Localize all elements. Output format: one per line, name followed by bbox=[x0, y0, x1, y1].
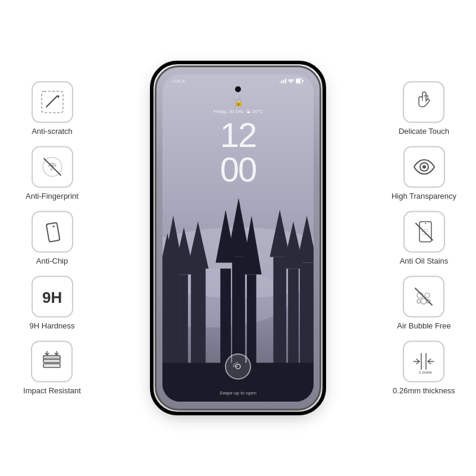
anti-scratch-icon-box bbox=[32, 82, 73, 123]
svg-line-1 bbox=[46, 96, 57, 107]
date-text: Friday, 30 Dec bbox=[213, 109, 243, 114]
left-features-column: Anti-scratch Anti-Fingerprint bbox=[6, 82, 98, 395]
wifi-icon bbox=[288, 78, 294, 84]
page-container: Anti-scratch Anti-Fingerprint bbox=[0, 0, 476, 476]
impact-resistant-label: Impact Resistant bbox=[23, 386, 81, 395]
clock-hour: 12 bbox=[220, 118, 256, 152]
swipe-label: Swipe up to open bbox=[220, 390, 256, 396]
svg-text:9H: 9H bbox=[42, 289, 62, 306]
svg-point-58 bbox=[417, 300, 421, 303]
delicate-touch-label: Delicate Touch bbox=[399, 127, 449, 136]
status-bar: LOCA bbox=[162, 74, 314, 84]
date-display: Friday, 30 Dec 🌤 20°C bbox=[213, 109, 262, 114]
svg-line-4 bbox=[44, 159, 61, 176]
svg-line-54 bbox=[416, 224, 433, 240]
feature-9h-hardness: 9H 9H Hardness bbox=[30, 276, 75, 330]
clock-display: 12 00 bbox=[220, 118, 256, 187]
sun-icon: 🌤 bbox=[246, 109, 250, 114]
thickness-icon-box: 0.26MM bbox=[403, 341, 444, 383]
anti-oil-icon bbox=[411, 219, 437, 245]
clock-minute: 00 bbox=[220, 152, 256, 187]
9h-hardness-label: 9H Hardness bbox=[30, 321, 75, 330]
anti-chip-icon-box bbox=[32, 211, 73, 253]
feature-high-transparency: High Transparency bbox=[392, 146, 456, 201]
thickness-label: 0.26mm thickness bbox=[393, 386, 455, 395]
battery-icon bbox=[296, 78, 304, 84]
status-icons bbox=[279, 78, 304, 84]
signal-icon bbox=[279, 78, 286, 84]
svg-marker-40 bbox=[279, 82, 280, 83]
temp-text: 20°C bbox=[252, 109, 263, 114]
anti-scratch-label: Anti-scratch bbox=[32, 127, 73, 136]
carrier-label: LOCA bbox=[172, 79, 185, 84]
chip-icon bbox=[39, 219, 65, 245]
anti-fingerprint-label: Anti-Fingerprint bbox=[26, 192, 79, 201]
anti-oil-icon-box bbox=[403, 211, 445, 253]
power-button bbox=[320, 139, 321, 168]
svg-point-50 bbox=[425, 223, 426, 224]
phone-wrapper: LOCA bbox=[155, 65, 321, 411]
svg-rect-44 bbox=[296, 79, 300, 83]
high-transparency-label: High Transparency bbox=[392, 192, 456, 201]
svg-rect-0 bbox=[42, 92, 63, 113]
lock-icon: 🔒 bbox=[233, 97, 243, 107]
svg-rect-5 bbox=[46, 223, 60, 242]
svg-marker-39 bbox=[281, 81, 282, 83]
camera-hole bbox=[235, 86, 241, 92]
9h-hardness-icon: 9H bbox=[39, 284, 65, 310]
feature-delicate-touch: Delicate Touch bbox=[399, 82, 449, 136]
air-bubble-label: Air Bubble Free bbox=[397, 321, 450, 330]
impact-resistant-icon-box bbox=[31, 341, 73, 383]
impact-icon bbox=[39, 349, 65, 375]
9h-hardness-icon-box: 9H bbox=[32, 276, 73, 318]
thickness-icon: 0.26MM bbox=[411, 349, 437, 375]
high-transparency-icon-box bbox=[403, 146, 445, 188]
eye-icon bbox=[411, 154, 437, 180]
svg-text:0.26MM: 0.26MM bbox=[419, 371, 432, 374]
feature-anti-fingerprint: Anti-Fingerprint bbox=[26, 146, 79, 201]
feature-impact-resistant: Impact Resistant bbox=[23, 341, 81, 395]
phone-screen: LOCA bbox=[162, 74, 314, 402]
feature-air-bubble: Air Bubble Free bbox=[397, 276, 450, 330]
air-bubble-icon-box bbox=[403, 276, 444, 318]
anti-fingerprint-icon-box bbox=[32, 146, 73, 188]
anti-oil-label: Anti Oil Stains bbox=[400, 256, 449, 265]
svg-point-56 bbox=[425, 293, 430, 298]
svg-rect-9 bbox=[43, 359, 60, 363]
svg-marker-37 bbox=[285, 79, 286, 83]
svg-rect-8 bbox=[43, 364, 60, 368]
home-button[interactable] bbox=[225, 353, 251, 380]
feature-anti-oil: Anti Oil Stains bbox=[400, 211, 449, 265]
screen-content: LOCA bbox=[162, 74, 314, 402]
feature-thickness: 0.26MM 0.26mm thickness bbox=[393, 341, 455, 395]
right-features-column: Delicate Touch High Transparency bbox=[378, 82, 470, 395]
volume-up-button bbox=[155, 151, 156, 192]
scratch-icon bbox=[39, 89, 65, 115]
delicate-touch-icon-box bbox=[403, 82, 444, 123]
touch-icon bbox=[411, 89, 437, 115]
svg-rect-10 bbox=[43, 356, 60, 359]
svg-point-6 bbox=[52, 226, 54, 227]
anti-chip-label: Anti-Chip bbox=[36, 256, 68, 265]
feature-anti-chip: Anti-Chip bbox=[32, 211, 73, 265]
svg-marker-38 bbox=[283, 80, 284, 83]
feature-anti-scratch: Anti-scratch bbox=[32, 82, 73, 136]
svg-point-48 bbox=[422, 165, 426, 169]
phone-body: LOCA bbox=[155, 65, 321, 411]
svg-point-57 bbox=[421, 299, 427, 304]
svg-marker-2 bbox=[57, 95, 60, 99]
fingerprint-sensor-icon bbox=[231, 359, 245, 374]
fingerprint-icon bbox=[39, 154, 65, 180]
volume-down-button bbox=[320, 177, 321, 198]
bubble-icon bbox=[411, 284, 437, 310]
svg-rect-45 bbox=[302, 80, 303, 82]
